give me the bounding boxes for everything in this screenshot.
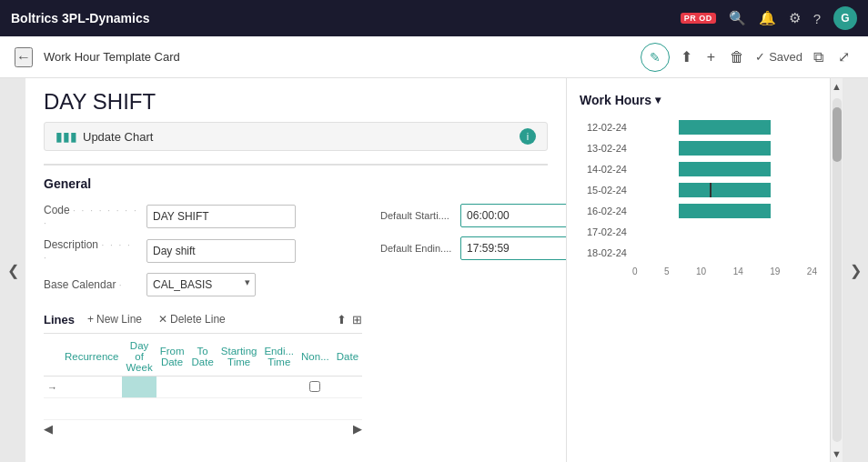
plus-icon: + (707, 49, 715, 65)
col-arrow (44, 337, 61, 377)
bell-icon[interactable]: 🔔 (759, 10, 776, 26)
new-line-button[interactable]: + New Line (84, 311, 146, 327)
chart-bar-label: 13-02-24 (580, 143, 627, 154)
base-calendar-select-wrapper: CAL_BASIS (146, 273, 256, 296)
lines-actions-right: ⬆ ⊞ (337, 313, 362, 326)
chart-bar-fill (679, 162, 772, 176)
default-starting-label: Default Starti.... (380, 210, 453, 221)
nav-next-button[interactable]: ❯ (843, 78, 868, 462)
chart-bar-track (632, 204, 817, 218)
share-icon: ⬆ (681, 49, 692, 65)
chart-x-label: 19 (770, 266, 780, 276)
lines-header: Lines + New Line ✕ Delete Line ⬆ ⊞ (44, 311, 362, 334)
table-row: → (44, 377, 362, 398)
new-line-icon: + (87, 313, 94, 326)
base-calendar-label: Base Calendar · (44, 278, 139, 291)
col-date: Date (333, 337, 362, 377)
chart-bar-row: 18-02-24 (580, 246, 817, 260)
col-day-of-week: DayofWeek (122, 337, 156, 377)
share-button[interactable]: ⬆ (677, 45, 696, 69)
description-label: Description · · · · · (44, 238, 139, 264)
open-new-button[interactable]: ⧉ (810, 45, 827, 69)
help-icon[interactable]: ? (813, 11, 821, 26)
table-scroll-bar: ◀ ▶ (44, 422, 362, 436)
cell-starting-time (217, 377, 261, 398)
delete-button[interactable]: 🗑 (726, 45, 748, 69)
add-button[interactable]: + (703, 45, 719, 69)
delete-line-button[interactable]: ✕ Delete Line (155, 311, 229, 327)
chart-bar-track (632, 141, 817, 156)
col-recurrence: Recurrence (61, 337, 122, 377)
code-input[interactable] (146, 205, 296, 228)
lines-share-button[interactable]: ⬆ (337, 313, 347, 326)
chart-x-label: 24 (807, 266, 817, 276)
col-non: Non... (298, 337, 333, 377)
default-ending-label: Default Endin.... (380, 243, 453, 254)
chart-bar-row: 13-02-24 (580, 141, 817, 156)
cell-day-of-week[interactable] (122, 377, 156, 398)
chart-bar-track (632, 162, 817, 176)
chart-dropdown-icon[interactable]: ▾ (655, 94, 661, 106)
description-input[interactable] (146, 239, 296, 263)
edit-icon: ✎ (650, 50, 661, 65)
update-chart-bar: ▮▮▮ Update Chart i (44, 122, 548, 151)
delete-line-icon: ✕ (158, 313, 167, 326)
chart-bar-fill (679, 141, 772, 156)
chart-bar-row: 17-02-24 (580, 225, 817, 239)
chart-bar-label: 15-02-24 (580, 185, 627, 196)
chart-bar-row: 14-02-24 (580, 162, 817, 176)
chart-bar-label: 17-02-24 (580, 226, 627, 237)
chart-x-label: 0 (632, 266, 638, 276)
scroll-left-button[interactable]: ◀ (44, 422, 53, 436)
scroll-right-button[interactable]: ▶ (353, 422, 362, 436)
chart-bar-fill (679, 120, 772, 135)
code-label: Code · · · · · · · · · (44, 204, 139, 229)
update-chart-left: ▮▮▮ Update Chart (56, 129, 153, 144)
lines-filter-button[interactable]: ⊞ (352, 313, 362, 326)
default-ending-input[interactable] (460, 236, 566, 260)
saved-status: ✓ Saved (755, 50, 802, 64)
open-icon: ⧉ (813, 49, 823, 65)
form-area: General Code · · · · · · · · · Descripti… (44, 164, 548, 436)
cell-non (298, 377, 333, 398)
settings-icon[interactable]: ⚙ (789, 10, 801, 26)
form-right: Default Starti.... Default Endin.... (380, 176, 562, 436)
bar-chart-icon: ▮▮▮ (56, 129, 77, 144)
chart-bar-track (632, 120, 817, 135)
scrollbar-thumb (833, 107, 842, 162)
cell-ending-time (260, 377, 298, 398)
chart-bar-row: 15-02-24 (580, 183, 817, 197)
chart-bar-fill (679, 183, 772, 197)
chart-bar-marker (710, 183, 712, 197)
form-left: General Code · · · · · · · · · Descripti… (44, 176, 362, 436)
avatar[interactable]: G (833, 6, 857, 30)
nav-prev-button[interactable]: ❮ (0, 78, 25, 462)
lines-section: Lines + New Line ✕ Delete Line ⬆ ⊞ (44, 311, 362, 436)
cell-date (333, 377, 362, 398)
chart-x-label: 5 (664, 266, 670, 276)
code-field-row: Code · · · · · · · · · (44, 204, 362, 229)
content-area: DAY SHIFT ▮▮▮ Update Chart i General Cod… (25, 78, 566, 462)
lines-title: Lines (44, 313, 75, 326)
table-row-empty (44, 398, 362, 420)
col-to-date: ToDate (188, 337, 217, 377)
search-icon[interactable]: 🔍 (729, 10, 746, 26)
cell-from-date (156, 377, 188, 398)
default-starting-input[interactable] (460, 204, 566, 227)
chart-bar-track (632, 183, 817, 197)
page-breadcrumb: Work Hour Template Card (44, 50, 630, 64)
non-checkbox[interactable] (309, 381, 320, 392)
expand-button[interactable]: ⤢ (834, 45, 853, 69)
row-arrow: → (44, 377, 61, 398)
main-area: ❮ DAY SHIFT ▮▮▮ Update Chart i General C… (0, 78, 868, 462)
update-chart-label[interactable]: Update Chart (83, 130, 153, 144)
base-calendar-select[interactable]: CAL_BASIS (146, 273, 256, 296)
base-calendar-field-row: Base Calendar · CAL_BASIS (44, 273, 362, 296)
back-button[interactable]: ← (15, 47, 33, 67)
edit-button[interactable]: ✎ (641, 43, 670, 72)
chart-bar-row: 16-02-24 (580, 204, 817, 218)
chart-bar-fill (679, 204, 772, 218)
chart-x-label: 10 (696, 266, 706, 276)
navbar: Boltrics 3PL-Dynamics PR OD 🔍 🔔 ⚙ ? G (0, 0, 868, 36)
chart-bar-label: 16-02-24 (580, 206, 627, 216)
